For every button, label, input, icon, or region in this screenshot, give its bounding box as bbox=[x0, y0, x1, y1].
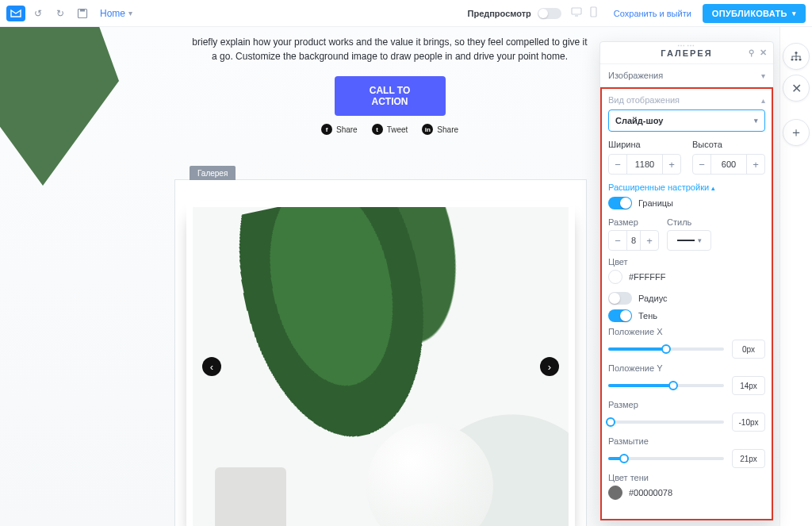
gallery-block[interactable]: Галерея ‹ › bbox=[174, 179, 587, 526]
linkedin-icon: in bbox=[422, 124, 433, 135]
width-label: Ширина bbox=[608, 140, 681, 149]
gallery-image bbox=[193, 207, 569, 526]
increment-button[interactable]: + bbox=[747, 159, 764, 171]
panel-close-icon[interactable]: ✕ bbox=[760, 48, 768, 58]
section-display[interactable]: Вид отображения ▴ bbox=[608, 95, 765, 105]
radius-toggle[interactable] bbox=[608, 292, 632, 305]
facebook-icon: f bbox=[321, 124, 332, 135]
shadow-toggle[interactable] bbox=[608, 309, 632, 322]
radius-label: Радиус bbox=[638, 294, 668, 303]
share-facebook[interactable]: f Share bbox=[321, 124, 358, 135]
add-icon[interactable]: ＋ bbox=[783, 119, 810, 146]
topbar: ↺ ↻ Home ▾ Предпросмотр Сохранить и выйт… bbox=[0, 0, 812, 27]
decrement-button[interactable]: − bbox=[609, 235, 626, 247]
decorative-pot bbox=[215, 467, 286, 526]
advanced-settings-link[interactable]: Расширенные настройки ▴ bbox=[608, 182, 765, 192]
gallery-frame: ‹ › bbox=[186, 201, 575, 526]
shadow-size-slider[interactable] bbox=[608, 420, 724, 424]
border-size-value[interactable]: 8 bbox=[626, 231, 641, 250]
gallery-block-tab[interactable]: Галерея bbox=[190, 166, 236, 180]
increment-button[interactable]: + bbox=[641, 235, 658, 247]
redo-icon[interactable]: ↻ bbox=[51, 4, 70, 23]
border-size-stepper[interactable]: − 8 + bbox=[608, 230, 659, 251]
right-tool-strip: ✕ ＋ bbox=[780, 27, 812, 526]
border-color-value: #FFFFFF bbox=[629, 272, 665, 282]
publish-label: ОПУБЛИКОВАТЬ bbox=[712, 9, 787, 18]
shadow-label: Тень bbox=[638, 311, 657, 321]
preview-label: Предпросмотр bbox=[468, 9, 531, 18]
height-stepper[interactable]: − 600 + bbox=[692, 154, 765, 175]
tweet-label: Tweet bbox=[387, 125, 408, 134]
share-twitter[interactable]: t Tweet bbox=[372, 124, 408, 135]
mobile-icon[interactable] bbox=[587, 6, 601, 20]
save-and-exit-link[interactable]: Сохранить и выйти bbox=[614, 9, 691, 18]
section-images[interactable]: Изображения ▾ bbox=[600, 64, 773, 87]
display-mode-value: Слайд-шоу bbox=[615, 116, 663, 125]
sitemap-icon[interactable] bbox=[783, 43, 810, 70]
chevron-up-icon: ▴ bbox=[761, 96, 765, 105]
width-stepper[interactable]: − 1180 + bbox=[608, 154, 681, 175]
section-images-label: Изображения bbox=[608, 71, 663, 80]
decorative-leaf bbox=[0, 27, 119, 186]
solid-line-icon bbox=[677, 240, 695, 241]
drag-handle-icon[interactable]: ⋯⋯ bbox=[677, 41, 696, 50]
pin-icon[interactable]: ⚲ bbox=[749, 48, 756, 57]
chevron-down-icon: ▾ bbox=[128, 9, 132, 17]
save-icon[interactable] bbox=[73, 4, 92, 23]
shadow-color-value: #00000078 bbox=[629, 488, 672, 497]
svg-point-7 bbox=[799, 58, 801, 60]
borders-label: Границы bbox=[638, 198, 673, 208]
section-display-label: Вид отображения bbox=[608, 95, 680, 105]
undo-icon[interactable]: ↺ bbox=[29, 4, 48, 23]
blur-slider[interactable] bbox=[608, 457, 724, 460]
desktop-icon[interactable] bbox=[569, 7, 584, 19]
close-icon[interactable]: ✕ bbox=[783, 75, 810, 102]
share-linkedin[interactable]: in Share bbox=[422, 124, 458, 135]
panel-body: Вид отображения ▴ Слайд-шоу ▾ Ширина − 1… bbox=[600, 87, 773, 520]
border-color-swatch[interactable] bbox=[608, 270, 622, 284]
gallery-next-button[interactable]: › bbox=[540, 357, 559, 376]
height-label: Высота bbox=[692, 140, 765, 149]
shadow-color-swatch[interactable] bbox=[608, 486, 622, 500]
cta-button[interactable]: CALL TO ACTION bbox=[335, 76, 446, 116]
border-color-label: Цвет bbox=[608, 257, 765, 267]
blur-label: Размытие bbox=[608, 436, 765, 446]
svg-point-5 bbox=[791, 58, 793, 60]
preview-toggle[interactable] bbox=[538, 8, 561, 19]
border-style-select[interactable]: ▾ bbox=[667, 230, 711, 251]
hero-copy: briefly explain how your product works a… bbox=[168, 35, 612, 63]
panel-header[interactable]: ⋯⋯ ГАЛЕРЕЯ ⚲ ✕ bbox=[600, 42, 773, 64]
svg-rect-1 bbox=[80, 9, 85, 11]
svg-point-4 bbox=[795, 52, 797, 54]
home-link[interactable]: Home ▾ bbox=[100, 8, 132, 19]
gallery-settings-panel: ⋯⋯ ГАЛЕРЕЯ ⚲ ✕ Изображения ▾ Вид отображ… bbox=[599, 41, 774, 521]
decrement-button[interactable]: − bbox=[609, 159, 626, 171]
share-label-2: Share bbox=[437, 125, 458, 134]
decorative-sphere bbox=[366, 423, 493, 526]
borders-toggle[interactable] bbox=[608, 197, 632, 209]
decrement-button[interactable]: − bbox=[693, 159, 710, 171]
chevron-down-icon: ▾ bbox=[754, 117, 758, 125]
pos-x-value[interactable]: 0px bbox=[732, 340, 765, 359]
svg-point-6 bbox=[795, 58, 797, 60]
svg-rect-2 bbox=[572, 8, 581, 14]
increment-button[interactable]: + bbox=[663, 159, 680, 171]
pos-y-value[interactable]: 14px bbox=[732, 376, 765, 395]
app-logo-icon[interactable] bbox=[6, 6, 25, 21]
share-label: Share bbox=[336, 125, 358, 134]
twitter-icon: t bbox=[372, 124, 383, 135]
display-mode-select[interactable]: Слайд-шоу ▾ bbox=[608, 109, 765, 132]
border-style-label: Стиль bbox=[667, 217, 711, 227]
pos-y-label: Положение Y bbox=[608, 363, 765, 373]
chevron-down-icon: ▾ bbox=[761, 71, 765, 80]
gallery-prev-button[interactable]: ‹ bbox=[202, 357, 221, 376]
publish-button[interactable]: ОПУБЛИКОВАТЬ ▾ bbox=[703, 4, 806, 23]
shadow-size-value[interactable]: -10px bbox=[732, 413, 765, 432]
width-value[interactable]: 1180 bbox=[626, 155, 663, 174]
pos-y-slider[interactable] bbox=[608, 384, 724, 387]
blur-value[interactable]: 21px bbox=[732, 449, 765, 468]
pos-x-slider[interactable] bbox=[608, 347, 724, 351]
height-value[interactable]: 600 bbox=[710, 155, 747, 174]
hero-line-2: a go. Customize the background image to … bbox=[168, 49, 612, 63]
svg-rect-3 bbox=[591, 7, 596, 17]
